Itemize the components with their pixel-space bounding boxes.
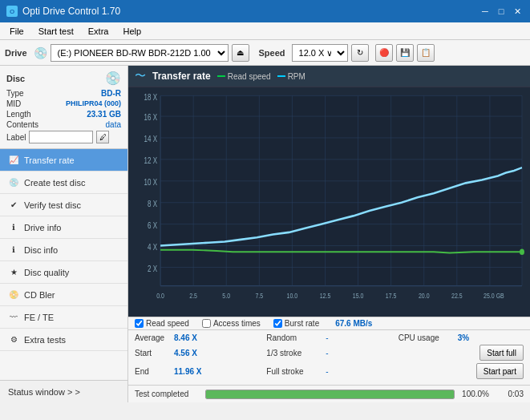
- svg-rect-1: [160, 95, 522, 285]
- svg-text:0.0: 0.0: [156, 292, 164, 300]
- svg-text:8 X: 8 X: [148, 200, 157, 208]
- nav-transfer-rate[interactable]: 📈 Transfer rate: [0, 149, 127, 172]
- svg-text:7.5: 7.5: [255, 292, 263, 300]
- progress-time: 0:03: [496, 390, 524, 398]
- type-value: BD-R: [101, 89, 121, 98]
- main-content: Disc 💿 Type BD-R MID PHILIPR04 (000) Len…: [0, 66, 530, 402]
- minimize-button[interactable]: ─: [479, 5, 492, 18]
- random-value: -: [326, 333, 342, 342]
- nav-disc-info-label: Disc info: [24, 245, 58, 255]
- label-input[interactable]: [29, 131, 93, 143]
- status-window-button[interactable]: Status window > >: [0, 380, 127, 402]
- nav-fe-te-label: FE / TE: [24, 313, 54, 322]
- settings-button-2[interactable]: 💾: [396, 44, 414, 62]
- title-bar: O Opti Drive Control 1.70 ─ □ ✕: [0, 0, 530, 22]
- stats-bar: Average 8.46 X Random - CPU usage 3% Sta…: [128, 329, 530, 385]
- create-test-disc-icon: 💿: [8, 177, 19, 188]
- contents-label: Contents: [6, 120, 38, 129]
- nav-extra-tests-label: Extra tests: [24, 335, 66, 345]
- legend-rpm-color: [277, 75, 285, 77]
- transfer-rate-icon: 📈: [8, 155, 19, 166]
- average-group: Average 8.46 X: [135, 333, 260, 342]
- progress-fill: [206, 390, 454, 398]
- sidebar: Disc 💿 Type BD-R MID PHILIPR04 (000) Len…: [0, 66, 128, 402]
- eject-button[interactable]: ⏏: [232, 44, 249, 62]
- menu-start-test[interactable]: Start test: [32, 25, 80, 38]
- label-label: Label: [6, 133, 26, 142]
- refresh-speed-button[interactable]: ↻: [351, 44, 369, 62]
- burst-rate-checkbox[interactable]: [273, 319, 282, 328]
- nav-create-test-disc[interactable]: 💿 Create test disc: [0, 172, 127, 194]
- settings-button-3[interactable]: 📋: [417, 44, 435, 62]
- start-full-button[interactable]: Start full: [479, 345, 524, 361]
- svg-text:12.5: 12.5: [320, 292, 331, 300]
- read-speed-checkbox[interactable]: [135, 319, 144, 328]
- menu-file[interactable]: File: [3, 25, 30, 38]
- cpu-label: CPU usage: [399, 333, 455, 342]
- verify-test-disc-icon: ✔: [8, 200, 19, 211]
- start-label: Start: [135, 349, 171, 357]
- random-group: Random -: [266, 333, 391, 342]
- toolbar: Drive 💿 (E:) PIONEER BD-RW BDR-212D 1.00…: [0, 40, 530, 66]
- burst-rate-checkbox-label[interactable]: Burst rate: [273, 319, 319, 328]
- read-speed-checkbox-label[interactable]: Read speed: [135, 319, 189, 328]
- chart-title: Transfer rate: [152, 71, 211, 82]
- stroke-value: -: [326, 349, 342, 357]
- progress-track: [205, 390, 455, 399]
- full-stroke-value: -: [326, 367, 342, 376]
- svg-text:4 X: 4 X: [148, 243, 157, 252]
- svg-text:22.5: 22.5: [451, 292, 463, 300]
- disc-panel: Disc 💿 Type BD-R MID PHILIPR04 (000) Len…: [0, 66, 127, 149]
- right-panel: 〜 Transfer rate Read speed RPM: [128, 66, 530, 402]
- access-times-checkbox[interactable]: [202, 319, 211, 328]
- legend-rpm: RPM: [277, 72, 305, 81]
- nav-verify-test-disc-label: Verify test disc: [24, 200, 81, 210]
- nav-disc-info[interactable]: ℹ Disc info: [0, 239, 127, 261]
- stats-row-1: Average 8.46 X Random - CPU usage 3%: [135, 333, 524, 342]
- status-window-label: Status window > >: [8, 387, 80, 397]
- drive-icon: 💿: [34, 46, 47, 59]
- nav-verify-test-disc[interactable]: ✔ Verify test disc: [0, 194, 127, 216]
- extra-tests-icon: ⚙: [8, 334, 19, 345]
- nav-extra-tests[interactable]: ⚙ Extra tests: [0, 329, 127, 351]
- cpu-group: CPU usage 3%: [399, 333, 524, 342]
- start-part-button[interactable]: Start part: [476, 363, 524, 379]
- legend-read-speed-color: [217, 75, 225, 77]
- settings-button-1[interactable]: 🔴: [375, 44, 393, 62]
- nav-transfer-rate-label: Transfer rate: [24, 155, 75, 165]
- nav-disc-quality[interactable]: ★ Disc quality: [0, 261, 127, 284]
- length-value: 23.31 GB: [87, 110, 121, 119]
- speed-label: Speed: [259, 48, 285, 58]
- nav-create-test-disc-label: Create test disc: [24, 178, 85, 188]
- svg-text:10.0: 10.0: [287, 292, 298, 300]
- svg-text:18 X: 18 X: [144, 93, 157, 102]
- end-label: End: [135, 367, 171, 376]
- length-label: Length: [6, 110, 31, 119]
- nav-cd-bler[interactable]: 📀 CD Bler: [0, 284, 127, 306]
- menu-help[interactable]: Help: [116, 25, 148, 38]
- end-group: End 11.96 X: [135, 363, 260, 379]
- svg-text:16 X: 16 X: [144, 113, 157, 122]
- fe-te-icon: 〰: [8, 312, 19, 323]
- menu-bar: File Start test Extra Help: [0, 22, 530, 40]
- nav-fe-te[interactable]: 〰 FE / TE: [0, 306, 127, 329]
- drive-select[interactable]: (E:) PIONEER BD-RW BDR-212D 1.00: [51, 44, 229, 62]
- menu-extra[interactable]: Extra: [82, 25, 115, 38]
- maximize-button[interactable]: □: [495, 5, 508, 18]
- start-group: Start 4.56 X: [135, 345, 260, 361]
- progress-percent: 100.0%: [461, 390, 489, 398]
- access-times-checkbox-label[interactable]: Access times: [202, 319, 261, 328]
- disc-quality-icon: ★: [8, 267, 19, 278]
- burst-rate-value: 67.6 MB/s: [335, 319, 372, 328]
- legend-read-speed-label: Read speed: [228, 72, 271, 81]
- label-button[interactable]: 🖊: [96, 131, 109, 143]
- close-button[interactable]: ✕: [511, 5, 524, 18]
- svg-text:12 X: 12 X: [144, 156, 157, 165]
- speed-select[interactable]: 12.0 X ∨: [292, 44, 348, 62]
- nav-drive-info[interactable]: ℹ Drive info: [0, 216, 127, 239]
- svg-point-44: [520, 248, 524, 255]
- svg-text:6 X: 6 X: [148, 221, 157, 230]
- stroke-group: 1/3 stroke -: [266, 345, 391, 361]
- window-controls: ─ □ ✕: [479, 5, 524, 18]
- mid-label: MID: [6, 99, 21, 108]
